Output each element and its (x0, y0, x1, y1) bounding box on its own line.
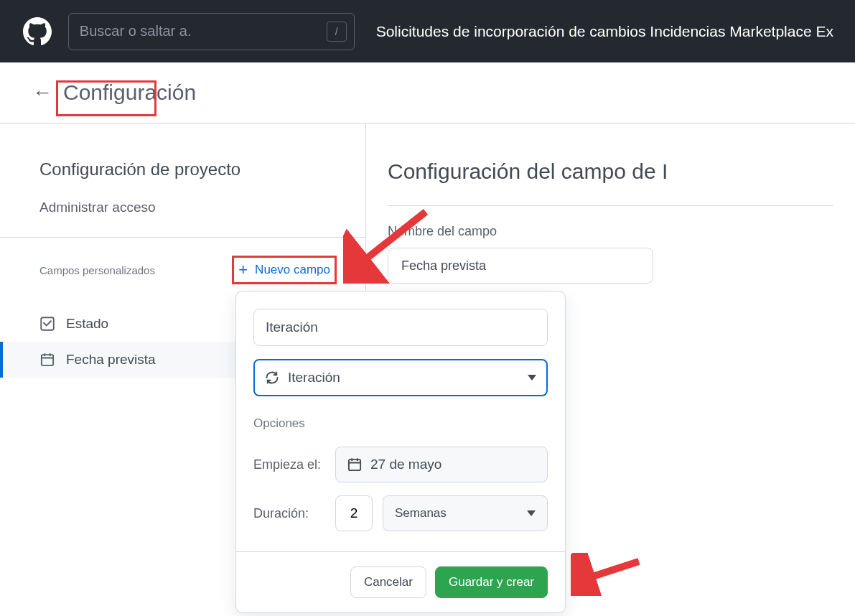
duration-unit-value: Semanas (395, 506, 447, 521)
plus-icon: + (238, 261, 248, 279)
divider (388, 205, 833, 206)
options-label: Opciones (253, 416, 548, 431)
nav-links[interactable]: Solicitudes de incorporación de cambios … (376, 23, 833, 40)
search-box[interactable]: / (68, 13, 355, 50)
save-create-button[interactable]: Guardar y crear (435, 566, 548, 598)
calendar-icon (347, 457, 362, 472)
back-arrow-icon[interactable]: ← (32, 81, 52, 104)
modal-name-input[interactable] (253, 309, 548, 346)
new-field-label: Nuevo campo (255, 263, 330, 277)
content-title: Configuración del campo de I (388, 159, 833, 184)
duration-unit-select[interactable]: Semanas (383, 495, 548, 531)
chevron-down-icon (528, 375, 536, 381)
starts-on-label: Empieza el: (253, 457, 325, 472)
field-label: Estado (66, 316, 108, 332)
field-label: Fecha prevista (66, 352, 156, 368)
duration-input[interactable] (335, 495, 373, 531)
modal-type-select[interactable]: Iteración (253, 359, 548, 396)
sidebar-item-access[interactable]: Administrar acceso (39, 200, 344, 215)
chevron-down-icon (527, 510, 536, 516)
new-field-modal: Iteración Opciones Empieza el: 27 de may… (235, 291, 566, 605)
sidebar-heading: Configuración de proyecto (39, 159, 344, 179)
page-title: Configuración (63, 80, 196, 105)
field-name-input[interactable] (388, 248, 653, 284)
duration-label: Duración: (253, 506, 325, 521)
custom-fields-label: Campos personalizados (39, 264, 155, 276)
cancel-button[interactable]: Cancelar (350, 566, 426, 598)
starts-on-value: 27 de mayo (370, 457, 441, 472)
select-icon (39, 316, 55, 332)
calendar-icon (39, 352, 55, 368)
divider (0, 237, 365, 238)
svg-rect-1 (42, 355, 53, 365)
field-name-label: Nombre del campo (388, 224, 833, 239)
modal-type-value: Iteración (288, 370, 340, 386)
iteration-icon (265, 370, 279, 385)
global-header: / Solicitudes de incorporación de cambio… (0, 0, 855, 62)
slash-hotkey-icon: / (327, 22, 347, 42)
svg-rect-3 (349, 459, 360, 470)
github-logo-icon[interactable] (22, 15, 54, 47)
search-input[interactable] (80, 23, 343, 39)
new-field-button[interactable]: + Nuevo campo (232, 256, 337, 284)
starts-on-button[interactable]: 27 de mayo (335, 447, 548, 482)
page-header: ← Configuración (0, 62, 855, 123)
